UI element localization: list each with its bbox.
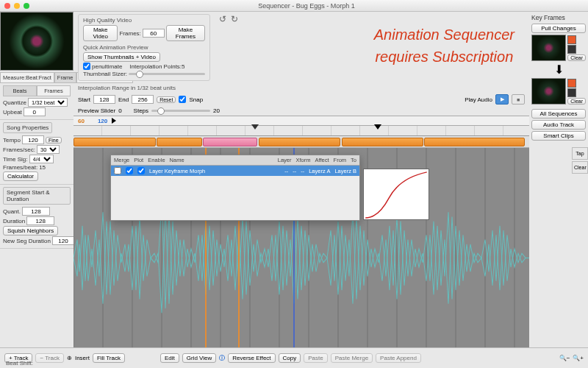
quantize-select[interactable]: 1/32 beat: [28, 98, 68, 107]
easing-curve[interactable]: [363, 169, 429, 220]
close-icon[interactable]: [4, 3, 10, 9]
seg-duration-label: Duration: [3, 218, 25, 224]
col-enable: Enable: [148, 157, 165, 163]
undo-icon[interactable]: ↺: [219, 14, 226, 81]
play-button[interactable]: ▶: [495, 94, 509, 105]
fpb-value: 15: [39, 164, 46, 171]
squish-button[interactable]: Squish Neighbors: [3, 226, 58, 236]
segment[interactable]: [74, 138, 156, 146]
timeline-start-mark: 60: [78, 118, 85, 124]
left-sidebar: Measure:Beat:Fract Frame Hour:Min:Sec:Fr…: [0, 12, 74, 368]
tempo-label: Tempo: [3, 137, 21, 144]
clear-kf-b-button[interactable]: Clear: [567, 98, 586, 105]
audio-track-button[interactable]: Audio Track: [531, 120, 586, 130]
copy-button[interactable]: Copy: [279, 353, 301, 363]
preview-slider-value: 0: [118, 107, 121, 114]
penultimate-label: penultimate: [92, 63, 122, 70]
zoom-in-icon[interactable]: 🔍+: [573, 355, 584, 361]
playhead-icon[interactable]: [112, 118, 116, 124]
frames-input[interactable]: [143, 29, 165, 38]
effect-layer: --: [284, 168, 288, 174]
enable-checkbox[interactable]: [137, 167, 145, 174]
timeline-ruler[interactable]: [74, 126, 529, 136]
color-chip[interactable]: [567, 88, 576, 97]
tap-button[interactable]: Tap: [572, 147, 588, 160]
arrow-down-icon: ⬇: [531, 63, 586, 77]
color-chip[interactable]: [567, 79, 576, 88]
tempo-fine-button[interactable]: Fine: [46, 137, 62, 144]
start-input[interactable]: [93, 95, 115, 104]
insert-icon[interactable]: ⊕: [67, 355, 72, 361]
segment-title: Segment Start & Duration: [3, 187, 71, 205]
make-frames-button[interactable]: Make Frames: [166, 25, 205, 41]
tab-measure-beat[interactable]: Measure:Beat:Fract: [0, 72, 54, 83]
seg-quant-input[interactable]: [22, 207, 50, 216]
keyframe-a-thumb[interactable]: [531, 35, 566, 61]
tab-beats[interactable]: Beats: [3, 85, 37, 96]
paste-append-button[interactable]: Paste Append: [376, 353, 421, 363]
edit-button[interactable]: Edit: [160, 353, 179, 363]
paste-merge-button[interactable]: Paste Merge: [331, 353, 373, 363]
del-track-button[interactable]: − Track: [35, 353, 63, 363]
grid-view-button[interactable]: Grid View: [182, 353, 217, 363]
timesig-label: Time Sig:: [3, 156, 28, 163]
reset-button[interactable]: Reset: [157, 96, 176, 103]
thumb-sizer-slider[interactable]: [129, 73, 205, 75]
merge-checkbox[interactable]: [114, 167, 121, 174]
effect-xform: --: [293, 168, 296, 174]
col-to: To: [351, 157, 356, 163]
start-label: Start: [78, 96, 90, 103]
plot-checkbox[interactable]: [126, 167, 133, 174]
tab-frames[interactable]: Frames: [37, 85, 71, 96]
clear-button[interactable]: Clear: [572, 161, 588, 174]
minimize-icon[interactable]: [14, 3, 20, 9]
newseg-input[interactable]: [52, 236, 74, 245]
redo-icon[interactable]: ↻: [231, 14, 238, 81]
end-label: End: [118, 96, 129, 103]
color-chip[interactable]: [567, 35, 576, 44]
effect-from: Layerz A: [309, 168, 330, 174]
col-xform: Xform: [296, 157, 311, 163]
timesig-select[interactable]: 4/4: [29, 155, 54, 163]
reverse-effect-button[interactable]: Reverse Effect: [228, 353, 275, 363]
timeline-play-mark: 120: [98, 118, 107, 124]
seg-quant-label: Quant.: [3, 208, 21, 215]
segment[interactable]: [259, 138, 341, 146]
effect-to: Layerz B: [334, 168, 356, 174]
steps-slider[interactable]: [151, 110, 210, 112]
snap-checkbox[interactable]: [179, 96, 186, 103]
col-from: From: [334, 157, 347, 163]
clear-kf-a-button[interactable]: Clear: [567, 54, 586, 61]
keyframe-b-thumb[interactable]: [531, 78, 566, 105]
tempo-input[interactable]: [22, 135, 44, 144]
segment[interactable]: [157, 138, 202, 146]
fill-track-button[interactable]: Fill Track: [93, 353, 125, 363]
hq-video-title: High Quality Video: [83, 17, 205, 24]
zoom-icon[interactable]: [24, 3, 29, 9]
seg-duration-input[interactable]: [26, 216, 54, 225]
segment-selected[interactable]: [203, 138, 257, 146]
smart-clips-button[interactable]: Smart Clips: [531, 131, 586, 141]
segment-track[interactable]: [74, 136, 529, 148]
fps-select[interactable]: 30: [37, 145, 60, 154]
penultimate-checkbox[interactable]: [83, 63, 90, 70]
info-icon[interactable]: ⓘ: [219, 354, 225, 362]
calculator-button[interactable]: Calculator: [3, 171, 38, 181]
newseg-label: New Seg Duration: [3, 238, 51, 244]
snap-label: Snap: [189, 96, 203, 103]
zoom-out-icon[interactable]: 🔍−: [559, 355, 570, 361]
make-video-button[interactable]: Make Video: [83, 25, 118, 41]
end-input[interactable]: [132, 95, 154, 104]
show-thumbnails-button[interactable]: Show Thumbnails + Video: [83, 52, 160, 62]
stop-button[interactable]: ■: [512, 94, 525, 105]
segment[interactable]: [342, 138, 424, 146]
paste-button[interactable]: Paste: [304, 353, 327, 363]
col-merge: Merge: [114, 157, 129, 163]
color-chip[interactable]: [567, 45, 576, 54]
pull-changes-button[interactable]: Pull Changes: [531, 24, 586, 33]
all-sequences-button[interactable]: All Sequences: [531, 109, 586, 118]
upbeat-input[interactable]: [24, 107, 46, 116]
interp-range-title: Interpolation Range in 1/32 beat units: [78, 85, 176, 91]
segment[interactable]: [424, 138, 524, 146]
segment-editor[interactable]: Merge Plot Enable Name Layer Xform Affec…: [110, 155, 360, 221]
